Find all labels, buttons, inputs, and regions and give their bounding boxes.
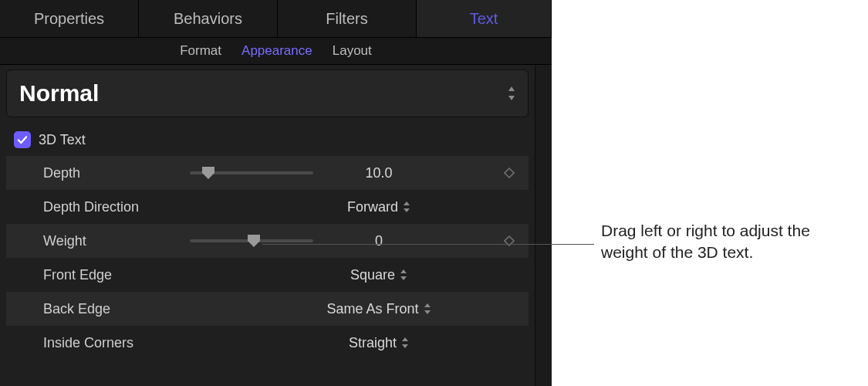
row-inside-corners: Inside Corners Straight (6, 326, 529, 360)
subtab-appearance[interactable]: Appearance (241, 43, 312, 59)
param-label: Depth (43, 165, 190, 181)
section-header-3d-text: 3D Text (6, 127, 529, 153)
value-weight[interactable]: 0 (375, 233, 383, 249)
subtab-format[interactable]: Format (180, 43, 221, 59)
param-label: Front Edge (43, 267, 190, 283)
tab-behaviors[interactable]: Behaviors (139, 0, 278, 37)
value-inside-corners[interactable]: Straight (349, 335, 397, 351)
scrollbar[interactable] (535, 65, 552, 386)
row-back-edge: Back Edge Same As Front (6, 292, 529, 326)
popup-arrows-icon[interactable] (400, 269, 407, 281)
sub-tabs: Format Appearance Layout (0, 37, 552, 65)
popup-arrows-icon[interactable] (401, 337, 409, 349)
popup-arrows-icon (506, 84, 517, 103)
slider-depth[interactable] (190, 171, 313, 174)
tab-filters[interactable]: Filters (278, 0, 417, 37)
main-tabs: Properties Behaviors Filters Text (0, 0, 552, 37)
row-depth-direction: Depth Direction Forward (6, 190, 529, 224)
parameter-rows: Depth 10.0 (6, 156, 529, 360)
tab-text[interactable]: Text (417, 0, 552, 37)
inspector-panel: Properties Behaviors Filters Text Format… (0, 0, 552, 386)
popup-arrows-icon[interactable] (403, 201, 410, 213)
popup-arrows-icon[interactable] (424, 303, 431, 315)
content-area: Normal 3D Text Depth (0, 65, 535, 386)
row-weight: Weight 0 (6, 224, 529, 258)
preset-popup[interactable]: Normal (6, 69, 529, 117)
value-back-edge[interactable]: Same As Front (326, 301, 418, 317)
annotation-area: Drag left or right to adjust the weight … (552, 0, 868, 386)
subtab-layout[interactable]: Layout (333, 43, 372, 59)
value-depth[interactable]: 10.0 (365, 165, 392, 181)
checkbox-3d-text[interactable] (14, 131, 31, 148)
param-label: Back Edge (43, 301, 190, 317)
tab-properties[interactable]: Properties (0, 0, 139, 37)
param-label: Depth Direction (43, 199, 190, 215)
section-title: 3D Text (39, 132, 86, 148)
param-label: Weight (43, 233, 190, 249)
row-front-edge: Front Edge Square (6, 258, 529, 292)
value-depth-direction[interactable]: Forward (347, 199, 398, 215)
param-label: Inside Corners (43, 335, 190, 351)
row-depth: Depth 10.0 (6, 156, 529, 190)
slider-weight[interactable] (190, 239, 313, 242)
keyframe-diamond-icon[interactable] (504, 168, 515, 178)
annotation-text: Drag left or right to adjust the weight … (601, 220, 840, 264)
callout-line (262, 244, 594, 245)
value-front-edge[interactable]: Square (350, 267, 395, 283)
preset-label: Normal (19, 80, 99, 107)
